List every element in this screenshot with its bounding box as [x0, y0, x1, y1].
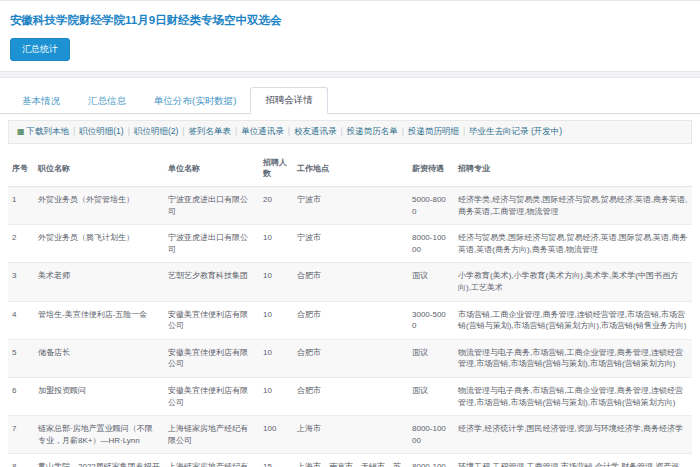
cell-location: 上海市、南京市、无锡市、苏州市、杭州市、合肥市: [293, 454, 408, 467]
cell-position: 外贸业务员（腾飞计划生）: [34, 225, 164, 263]
cell-count: 10: [259, 263, 293, 301]
separator: |: [288, 126, 290, 136]
cell-company: 安徽美宜佳便利店有限公司: [164, 377, 259, 415]
cell-no: 4: [8, 301, 34, 339]
cell-location: 合肥市: [293, 339, 408, 377]
cell-count: 10: [259, 377, 293, 415]
table-header-row: 序号 职位名称 单位名称 招聘人数 工作地点 薪资待遇 招聘专业: [8, 150, 692, 187]
summary-stats-button[interactable]: 汇总统计: [10, 38, 70, 61]
table-row: 8 黄山学院—2022届链家集团春招开启（全国29个城市可选） 上海链家房地产经…: [8, 454, 692, 467]
cell-no: 8: [8, 454, 34, 467]
cell-count: 10: [259, 225, 293, 263]
cell-position: 储备店长: [34, 339, 164, 377]
page-title: 安徽科技学院财经学院11月9日财经类专场空中双选会: [10, 13, 690, 28]
cell-position: 管培生-美宜佳便利店-五险一金: [34, 301, 164, 339]
separator: |: [402, 126, 404, 136]
separator: |: [128, 126, 130, 136]
cell-company: 安徽美宜佳便利店有限公司: [164, 301, 259, 339]
table-row: 3 美术老师 艺朝艺夕教育科技集团 10 合肥市 面议 小学教育(美术),小学教…: [8, 263, 692, 301]
cell-no: 5: [8, 339, 34, 377]
cell-salary: 8000-10000: [408, 225, 454, 263]
separator: |: [463, 126, 465, 136]
table-row: 7 链家总部·房地产置业顾问（不限专业，月薪8K+）—HR·Lynn 上海链家房…: [8, 416, 692, 454]
link-alumni-contacts[interactable]: 校友通讯录: [294, 126, 337, 136]
cell-position: 链家总部·房地产置业顾问（不限专业，月薪8K+）—HR·Lynn: [34, 416, 164, 454]
cell-majors: 环境工程,工程管理,工商管理,市场营销,会计学,财务管理,资产评估,物业管理: [454, 454, 692, 467]
link-resume-delivery-detail[interactable]: 投递简历明细: [408, 126, 459, 136]
cell-majors: 经济学类,经济与贸易类,国际经济与贸易,贸易经济,英语,商务英语,商务英语,工商…: [454, 187, 692, 225]
cell-no: 1: [8, 187, 34, 225]
header-company: 单位名称: [164, 150, 259, 187]
separator: |: [73, 126, 75, 136]
cell-count: 10: [259, 301, 293, 339]
cell-majors: 经济与贸易类,国际经济与贸易,贸易经济,英语,国际贸易,英语,商务英语,英语(商…: [454, 225, 692, 263]
link-position-detail-2[interactable]: 职位明细(2): [134, 126, 178, 136]
header-count: 招聘人数: [259, 150, 293, 187]
cell-position: 黄山学院—2022届链家集团春招开启（全国29个城市可选）: [34, 454, 164, 467]
cell-no: 6: [8, 377, 34, 415]
cell-company: 安徽美宜佳便利店有限公司: [164, 339, 259, 377]
link-position-detail-1[interactable]: 职位明细(1): [79, 126, 123, 136]
cell-location: 合肥市: [293, 263, 408, 301]
cell-company: 上海链家房地产经纪有限公司: [164, 416, 259, 454]
content-card: 基本情况汇总信息单位分布(实时数据)招聘会详情 ▦下载到本地|职位明细(1)|职…: [0, 78, 700, 467]
cell-salary: 8000-10000: [408, 454, 454, 467]
cell-salary: 3000-5000: [408, 301, 454, 339]
cell-position: 美术老师: [34, 263, 164, 301]
cell-company: 宁波亚虎进出口有限公司: [164, 187, 259, 225]
tab-fair-details[interactable]: 招聘会详情: [250, 87, 328, 114]
header-salary: 薪资待遇: [408, 150, 454, 187]
cell-position: 加盟投资顾问: [34, 377, 164, 415]
cell-salary: 5000-8000: [408, 187, 454, 225]
tab-bar: 基本情况汇总信息单位分布(实时数据)招聘会详情: [0, 88, 700, 114]
toolbar: ▦下载到本地|职位明细(1)|职位明细(2)|签到名单表|单位通讯录|校友通讯录…: [8, 120, 692, 144]
cell-location: 宁波市: [293, 187, 408, 225]
header-card: 安徽科技学院财经学院11月9日财经类专场空中双选会 汇总统计: [0, 1, 700, 71]
separator: |: [235, 126, 237, 136]
header-no: 序号: [8, 150, 34, 187]
cell-company: 上海链家房地产经纪有限公司: [164, 454, 259, 467]
cell-majors: 经济学,经济统计学,国民经济管理,资源与环境经济学,商务经济学: [454, 416, 692, 454]
tab-unit-distribution[interactable]: 单位分布(实时数据): [140, 89, 250, 114]
cell-location: 上海市: [293, 416, 408, 454]
cell-company: 艺朝艺夕教育科技集团: [164, 263, 259, 301]
separator: |: [340, 126, 342, 136]
cell-no: 7: [8, 416, 34, 454]
page: 安徽科技学院财经学院11月9日财经类专场空中双选会 汇总统计 基本情况汇总信息单…: [0, 0, 700, 467]
cell-salary: 面议: [408, 377, 454, 415]
cell-no: 2: [8, 225, 34, 263]
cell-count: 10: [259, 339, 293, 377]
link-unit-contacts[interactable]: 单位通讯录: [241, 126, 284, 136]
link-signin-list[interactable]: 签到名单表: [189, 126, 232, 136]
separator: |: [182, 126, 184, 136]
cell-salary: 面议: [408, 339, 454, 377]
cell-salary: 面议: [408, 263, 454, 301]
table-row: 4 管培生-美宜佳便利店-五险一金 安徽美宜佳便利店有限公司 10 合肥市 30…: [8, 301, 692, 339]
link-resume-delivery-list[interactable]: 投递简历名单: [347, 126, 398, 136]
cell-company: 宁波亚虎进出口有限公司: [164, 225, 259, 263]
cell-count: 20: [259, 187, 293, 225]
cell-count: 100: [259, 416, 293, 454]
cell-position: 外贸业务员（外贸管培生）: [34, 187, 164, 225]
card-divider: [0, 71, 700, 78]
cell-location: 合肥市: [293, 377, 408, 415]
header-location: 工作地点: [293, 150, 408, 187]
table-row: 5 储备店长 安徽美宜佳便利店有限公司 10 合肥市 面议 物流管理与电子商务,…: [8, 339, 692, 377]
cell-location: 宁波市: [293, 225, 408, 263]
header-position: 职位名称: [34, 150, 164, 187]
link-download-local[interactable]: ▦下载到本地: [17, 126, 69, 136]
cell-location: 合肥市: [293, 301, 408, 339]
tab-summary-info[interactable]: 汇总信息: [74, 89, 140, 114]
button-row: 汇总统计: [0, 32, 700, 63]
link-graduate-destination[interactable]: 毕业生去向记录 (开发中): [469, 126, 562, 136]
cell-majors: 物流管理与电子商务,市场营销,工商企业管理,商务管理,连锁经营管理,市场营销,市…: [454, 339, 692, 377]
cell-majors: 小学教育(美术),小学教育(美术方向),美术学,美术学(中国书画方向),工艺美术: [454, 263, 692, 301]
header-majors: 招聘专业: [454, 150, 692, 187]
cell-count: 15: [259, 454, 293, 467]
tab-basic-info[interactable]: 基本情况: [8, 89, 74, 114]
cell-majors: 市场营销,工商企业管理,商务管理,连锁经营管理,市场营销,市场营销(营销与策划)…: [454, 301, 692, 339]
cell-majors: 物流管理与电子商务,市场营销,工商企业管理,商务管理,连锁经营管理,市场营销,市…: [454, 377, 692, 415]
table-row: 2 外贸业务员（腾飞计划生） 宁波亚虎进出口有限公司 10 宁波市 8000-1…: [8, 225, 692, 263]
positions-table: 序号 职位名称 单位名称 招聘人数 工作地点 薪资待遇 招聘专业 1 外贸业务员…: [8, 150, 692, 467]
cell-salary: 8000-10000: [408, 416, 454, 454]
